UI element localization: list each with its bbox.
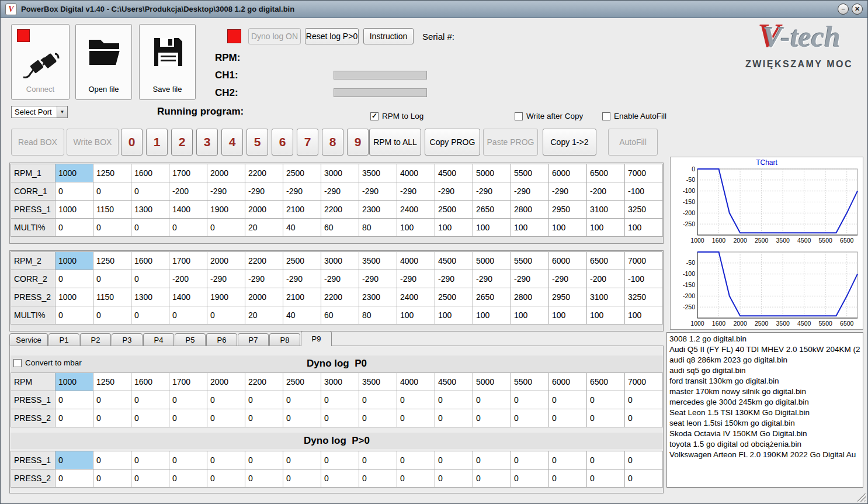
grid-cell[interactable]: 4000: [397, 164, 435, 182]
grid-cell[interactable]: -290: [435, 270, 473, 288]
grid-cell[interactable]: -200: [587, 270, 625, 288]
open-file-button[interactable]: Open file: [75, 24, 132, 100]
autofill-button[interactable]: AutoFill: [608, 129, 658, 156]
grid-cell[interactable]: 0: [55, 306, 93, 325]
grid-cell[interactable]: 2200: [245, 373, 283, 391]
grid-cell[interactable]: 0: [131, 451, 169, 470]
grid-cell[interactable]: 40: [283, 306, 321, 325]
grid-cell[interactable]: 0: [511, 470, 549, 488]
grid-cell[interactable]: 100: [473, 306, 511, 325]
grid-cell[interactable]: -290: [397, 182, 435, 201]
grid-cell[interactable]: 2400: [397, 201, 435, 219]
grid-cell[interactable]: 1150: [93, 201, 131, 219]
grid-cell[interactable]: 1700: [169, 252, 207, 270]
grid-cell[interactable]: 0: [245, 470, 283, 488]
grid-cell[interactable]: 0: [245, 451, 283, 470]
grid-cell[interactable]: 0: [93, 270, 131, 288]
tab[interactable]: P9: [301, 331, 332, 346]
grid-cell[interactable]: -100: [625, 182, 663, 201]
tab[interactable]: P4: [143, 333, 174, 346]
grid-cell[interactable]: 0: [473, 470, 511, 488]
grid-cell[interactable]: 0: [397, 391, 435, 409]
grid-cell[interactable]: 0: [435, 391, 473, 409]
grid-cell[interactable]: 1900: [207, 201, 245, 219]
grid-cell[interactable]: 0: [169, 451, 207, 470]
tab[interactable]: P1: [48, 333, 79, 346]
grid-cell[interactable]: 1250: [93, 373, 131, 391]
copy-1-2-button[interactable]: Copy 1->2: [543, 129, 596, 156]
grid-cell[interactable]: 4000: [397, 373, 435, 391]
grid-cell[interactable]: 0: [169, 470, 207, 488]
grid-cell[interactable]: 1300: [131, 288, 169, 306]
grid-cell[interactable]: 5000: [473, 373, 511, 391]
tab[interactable]: P6: [206, 333, 237, 346]
grid-cell[interactable]: -290: [359, 182, 397, 201]
grid-cell[interactable]: 1000: [55, 201, 93, 219]
grid-cell[interactable]: 0: [625, 409, 663, 427]
grid-cell[interactable]: 100: [511, 219, 549, 237]
grid-cell[interactable]: 2300: [359, 288, 397, 306]
grid-cell[interactable]: 1700: [169, 164, 207, 182]
grid-cell[interactable]: 6000: [549, 373, 587, 391]
grid-cell[interactable]: 1400: [169, 288, 207, 306]
file-list-item[interactable]: toyota 1.5 go digital od obciążenia.bin: [669, 439, 860, 450]
grid-cell[interactable]: 0: [207, 219, 245, 237]
grid-cell[interactable]: 2200: [321, 288, 359, 306]
grid-cell[interactable]: 1300: [131, 201, 169, 219]
grid-cell[interactable]: 1000: [55, 288, 93, 306]
grid-cell[interactable]: 1700: [169, 373, 207, 391]
grid-cell[interactable]: 0: [169, 306, 207, 325]
grid-cell[interactable]: 7000: [625, 373, 663, 391]
chevron-down-icon[interactable]: ▼: [57, 106, 67, 118]
grid-cell[interactable]: 0: [473, 409, 511, 427]
grid-cell[interactable]: -290: [359, 270, 397, 288]
grid-cell[interactable]: 6000: [549, 164, 587, 182]
grid-cell[interactable]: 0: [93, 306, 131, 325]
grid-cell[interactable]: 2200: [245, 164, 283, 182]
grid-cell[interactable]: 0: [321, 470, 359, 488]
copy-prog-button[interactable]: Copy PROG: [425, 129, 480, 156]
grid-cell[interactable]: 3100: [587, 288, 625, 306]
digit-button[interactable]: 5: [246, 129, 268, 156]
grid-cell[interactable]: 0: [55, 182, 93, 201]
grid-cell[interactable]: 3500: [359, 373, 397, 391]
file-list-item[interactable]: Audi Q5 II (FY FL) 40 TDI MHEV 2.0 150kW…: [669, 344, 860, 355]
grid-cell[interactable]: -290: [511, 182, 549, 201]
grid-cell[interactable]: 0: [55, 219, 93, 237]
grid-cell[interactable]: 5000: [473, 164, 511, 182]
grid-cell[interactable]: 0: [55, 451, 93, 470]
digit-button[interactable]: 1: [146, 129, 168, 156]
grid-cell[interactable]: 4500: [435, 164, 473, 182]
grid-cell[interactable]: 60: [321, 306, 359, 325]
grid-cell[interactable]: 0: [131, 409, 169, 427]
grid-cell[interactable]: 100: [397, 306, 435, 325]
grid-cell[interactable]: 1150: [93, 288, 131, 306]
tab[interactable]: Service: [9, 333, 48, 346]
grid-cell[interactable]: 0: [93, 409, 131, 427]
grid-cell[interactable]: 2000: [207, 373, 245, 391]
grid-cell[interactable]: 0: [131, 391, 169, 409]
tab[interactable]: P3: [112, 333, 143, 346]
grid-cell[interactable]: 0: [359, 451, 397, 470]
grid-cell[interactable]: 0: [473, 451, 511, 470]
grid-cell[interactable]: 0: [511, 391, 549, 409]
grid-cell[interactable]: 5500: [511, 252, 549, 270]
grid-cell[interactable]: 2400: [397, 288, 435, 306]
grid-cell[interactable]: 2500: [283, 164, 321, 182]
grid-cell[interactable]: 0: [283, 470, 321, 488]
grid-cell[interactable]: 0: [625, 391, 663, 409]
grid-cell[interactable]: 3100: [587, 201, 625, 219]
grid-cell[interactable]: 100: [549, 306, 587, 325]
grid-cell[interactable]: 0: [625, 470, 663, 488]
grid-cell[interactable]: 0: [283, 409, 321, 427]
file-list-item[interactable]: audi q8 286km 2023 go digital.bin: [669, 355, 860, 365]
grid-cell[interactable]: 0: [93, 470, 131, 488]
grid-cell[interactable]: 0: [245, 409, 283, 427]
grid-cell[interactable]: -290: [283, 270, 321, 288]
grid-cell[interactable]: -290: [207, 270, 245, 288]
grid-cell[interactable]: -290: [283, 182, 321, 201]
file-list-item[interactable]: mercedes gle 300d 245km go digital.bin: [669, 397, 860, 408]
grid-cell[interactable]: -290: [473, 270, 511, 288]
grid-cell[interactable]: 100: [435, 306, 473, 325]
grid-cell[interactable]: 0: [207, 409, 245, 427]
